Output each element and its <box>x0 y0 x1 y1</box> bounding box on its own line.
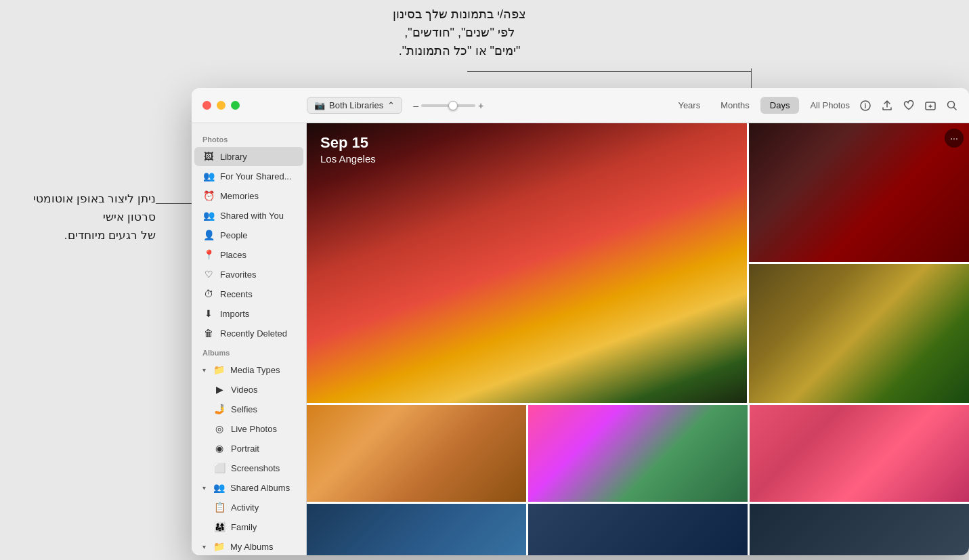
sidebar-label-screenshots: Screenshots <box>231 463 280 473</box>
photo-pink-hair[interactable] <box>528 405 748 502</box>
sidebar-item-family[interactable]: 👨‍👩‍👧 Family <box>194 517 303 536</box>
photo-rain-forest[interactable] <box>749 264 969 403</box>
sidebar-item-portrait[interactable]: ◉ Portrait <box>194 439 303 458</box>
photo-man-red[interactable]: ··· <box>749 123 969 262</box>
titlebar: 📷 Both Libraries ⌃ – + Years Months Days… <box>192 88 969 123</box>
photo-bottom-2[interactable] <box>528 504 748 555</box>
annotation-left: ניתן ליצור באופן אוטומטי סרטון אישי של ר… <box>20 190 156 245</box>
sidebar-item-recents[interactable]: ⏱ Recents <box>194 284 303 303</box>
sidebar-item-my-albums[interactable]: ▾ 📁 My Albums <box>194 537 303 555</box>
fullscreen-button[interactable] <box>231 101 240 110</box>
heart-icon[interactable] <box>903 100 915 112</box>
tab-days[interactable]: Days <box>760 97 800 114</box>
library-selector[interactable]: 📷 Both Libraries ⌃ <box>307 97 402 114</box>
library-photo-icon: 📷 <box>314 100 325 110</box>
library-icon: 🖼 <box>202 150 215 163</box>
my-albums-disclosure-icon: ▾ <box>202 543 206 551</box>
more-button[interactable]: ··· <box>945 129 964 148</box>
favorites-icon: ♡ <box>202 268 215 280</box>
sidebar-label-my-albums: My Albums <box>230 542 274 552</box>
sidebar-label-activity: Activity <box>231 502 259 513</box>
minimize-button[interactable] <box>217 101 225 110</box>
photo-row1-right: ··· <box>749 123 969 403</box>
sidebar-label-family: Family <box>231 522 257 532</box>
sidebar-item-shared-with-you[interactable]: 👥 Shared with You <box>194 206 303 225</box>
sidebar-item-screenshots[interactable]: ⬜ Screenshots <box>194 458 303 477</box>
recently-deleted-icon: 🗑 <box>202 327 215 339</box>
sidebar-label-shared-with-you: Shared with You <box>220 211 284 221</box>
sidebar-item-media-types[interactable]: ▾ 📁 Media Types <box>194 360 303 379</box>
photo-row-2 <box>307 405 969 502</box>
family-icon: 👨‍👩‍👧 <box>213 521 225 533</box>
sidebar-item-imports[interactable]: ⬇ Imports <box>194 304 303 323</box>
sidebar-item-selfies[interactable]: 🤳 Selfies <box>194 400 303 418</box>
activity-icon: 📋 <box>213 501 225 513</box>
screenshots-icon: ⬜ <box>213 462 225 474</box>
photo-area: Sep 15 Los Angeles ··· <box>307 123 969 555</box>
search-icon[interactable] <box>946 100 958 112</box>
photo-date: Sep 15 <box>320 134 376 152</box>
photos-section-label: Photos <box>192 130 306 146</box>
sidebar-item-places[interactable]: 📍 Places <box>194 245 303 264</box>
zoom-slider-thumb[interactable] <box>448 101 458 110</box>
sidebar-item-shared-albums[interactable]: ▾ 👥 Shared Albums <box>194 478 303 497</box>
sidebar-label-for-your-shared: For Your Shared... <box>220 171 292 181</box>
close-button[interactable] <box>202 101 211 110</box>
sidebar-item-for-your-shared[interactable]: 👥 For Your Shared... <box>194 167 303 186</box>
traffic-lights <box>192 101 307 110</box>
sidebar-item-library[interactable]: 🖼 Library <box>194 147 303 166</box>
imports-icon: ⬇ <box>202 307 215 320</box>
photo-bottom-1[interactable] <box>307 504 526 555</box>
photo-main-woman[interactable]: Sep 15 Los Angeles <box>307 123 747 403</box>
toolbar-actions: i <box>859 100 969 112</box>
sidebar: Photos 🖼 Library 👥 For Your Shared... ⏰ … <box>192 123 307 555</box>
library-selector-label: Both Libraries <box>329 100 383 110</box>
tab-years[interactable]: Years <box>668 97 710 114</box>
sidebar-label-live-photos: Live Photos <box>231 424 277 434</box>
sidebar-label-selfies: Selfies <box>231 404 257 414</box>
info-icon[interactable]: i <box>859 100 871 112</box>
sidebar-label-media-types: Media Types <box>230 365 280 375</box>
my-albums-icon: 📁 <box>213 540 225 553</box>
shared-albums-icon: 👥 <box>213 481 225 494</box>
content-area: Photos 🖼 Library 👥 For Your Shared... ⏰ … <box>192 123 969 555</box>
sidebar-label-recents: Recents <box>220 289 253 299</box>
sidebar-label-videos: Videos <box>231 385 258 395</box>
tab-all-photos[interactable]: All Photos <box>800 97 859 114</box>
annotation-top: צפה/י בתמונות שלך בסינון לפי "שנים", "חו… <box>393 5 526 60</box>
places-icon: 📍 <box>202 249 215 261</box>
videos-icon: ▶ <box>213 383 225 395</box>
sidebar-item-recently-deleted[interactable]: 🗑 Recently Deleted <box>194 324 303 343</box>
portrait-icon: ◉ <box>213 442 225 454</box>
view-tabs: Years Months Days All Photos <box>668 97 859 114</box>
sidebar-label-favorites: Favorites <box>220 270 256 280</box>
photo-date-location: Sep 15 Los Angeles <box>307 123 389 175</box>
sidebar-item-memories[interactable]: ⏰ Memories <box>194 186 303 205</box>
media-types-disclosure-icon: ▾ <box>202 366 206 374</box>
sidebar-item-videos[interactable]: ▶ Videos <box>194 380 303 399</box>
share-icon[interactable] <box>881 100 893 112</box>
shared-with-you-icon: 👥 <box>202 209 215 221</box>
sidebar-label-people: People <box>220 230 247 240</box>
photo-bottom-3[interactable] <box>750 504 969 555</box>
recents-icon: ⏱ <box>202 288 215 300</box>
photo-bubblegum[interactable] <box>750 405 969 502</box>
sidebar-item-activity[interactable]: 📋 Activity <box>194 498 303 517</box>
zoom-plus-button[interactable]: + <box>478 100 483 111</box>
zoom-control: – + <box>413 100 483 111</box>
albums-section-label: Albums <box>192 343 306 360</box>
sidebar-label-portrait: Portrait <box>231 444 259 454</box>
photo-row-3 <box>307 504 969 555</box>
zoom-minus-button[interactable]: – <box>413 100 418 111</box>
memories-icon: ⏰ <box>202 190 215 202</box>
sidebar-item-people[interactable]: 👤 People <box>194 225 303 244</box>
photo-orange-hat[interactable] <box>307 405 526 502</box>
zoom-slider[interactable] <box>421 104 475 107</box>
sidebar-item-live-photos[interactable]: ◎ Live Photos <box>194 419 303 438</box>
sidebar-label-library: Library <box>220 152 247 162</box>
for-your-shared-icon: 👥 <box>202 170 215 182</box>
shared-albums-disclosure-icon: ▾ <box>202 484 206 492</box>
sidebar-item-favorites[interactable]: ♡ Favorites <box>194 265 303 284</box>
tab-months[interactable]: Months <box>711 97 759 114</box>
add-to-album-icon[interactable] <box>924 100 936 112</box>
